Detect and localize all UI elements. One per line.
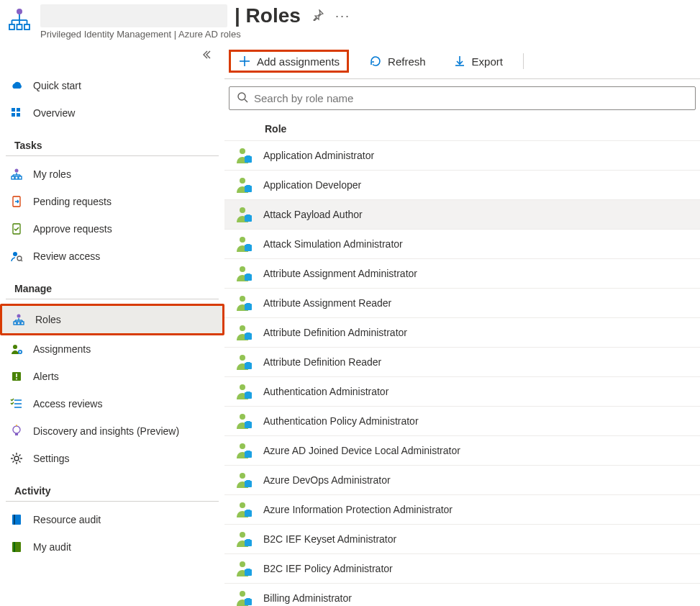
roles-table: Role Application Administrator Applicati… — [224, 117, 700, 606]
sidebar-item-pending-requests[interactable]: Pending requests — [0, 188, 224, 215]
sidebar-item-access-reviews[interactable]: Access reviews — [0, 390, 224, 417]
role-row[interactable]: Azure Information Protection Administrat… — [224, 495, 700, 525]
role-name: Attribute Assignment Administrator — [263, 268, 417, 279]
svg-point-103 — [240, 591, 245, 597]
search-box[interactable] — [229, 86, 696, 110]
role-name: Azure DevOps Administrator — [263, 474, 391, 486]
svg-rect-78 — [246, 333, 250, 335]
svg-rect-105 — [246, 598, 250, 600]
sidebar-item-settings[interactable]: Settings — [0, 445, 224, 472]
refresh-button[interactable]: Refresh — [362, 50, 433, 72]
svg-rect-63 — [246, 185, 250, 187]
svg-rect-16 — [19, 176, 22, 179]
toolbar-divider — [523, 53, 524, 69]
svg-point-26 — [17, 315, 21, 318]
role-row[interactable]: Attack Simulation Administrator — [224, 230, 700, 259]
sidebar-item-overview[interactable]: Overview — [0, 99, 224, 127]
sidebar-item-alerts[interactable]: Alerts — [0, 363, 224, 390]
role-name: Attribute Assignment Reader — [263, 297, 391, 309]
main-content: Add assignments Refresh Export — [224, 42, 700, 606]
svg-rect-48 — [12, 515, 21, 525]
sidebar-item-label: My roles — [33, 168, 71, 180]
export-label: Export — [472, 55, 503, 68]
book-blue-icon — [10, 513, 23, 526]
role-row[interactable]: B2C IEF Policy Administrator — [224, 554, 700, 584]
refresh-icon — [369, 55, 382, 68]
cloud-icon — [10, 79, 23, 92]
role-icon — [235, 205, 253, 224]
role-name: Application Administrator — [263, 150, 374, 161]
sidebar-item-resource-audit[interactable]: Resource audit — [0, 506, 224, 533]
sidebar-item-approve-requests[interactable]: Approve requests — [0, 215, 224, 243]
sidebar-section-activity: Activity — [6, 472, 219, 502]
svg-rect-84 — [246, 392, 250, 394]
role-row[interactable]: Authentication Policy Administrator — [224, 407, 700, 436]
sidebar-item-label: Settings — [33, 453, 70, 464]
svg-rect-3 — [24, 24, 29, 30]
svg-point-0 — [17, 9, 22, 14]
role-row[interactable]: Authentication Administrator — [224, 377, 700, 407]
svg-point-94 — [240, 502, 245, 508]
sidebar-item-my-roles[interactable]: My roles — [0, 160, 224, 188]
pin-icon[interactable] — [312, 9, 324, 23]
page-header: | Roles ··· Privileged Identity Manageme… — [0, 0, 700, 42]
role-row[interactable]: Application Developer — [224, 171, 700, 200]
svg-point-76 — [240, 325, 245, 331]
role-row[interactable]: Billing Administrator — [224, 584, 700, 606]
sidebar-item-label: My audit — [33, 541, 71, 553]
svg-rect-102 — [246, 569, 250, 571]
role-name: Authentication Policy Administrator — [263, 415, 419, 427]
clipboard-arrow-icon — [10, 195, 23, 208]
role-row[interactable]: B2C IEF Keyset Administrator — [224, 525, 700, 554]
role-icon — [235, 589, 253, 606]
role-row[interactable]: Application Administrator — [224, 141, 700, 171]
svg-point-67 — [240, 237, 245, 243]
grid-icon — [10, 107, 23, 119]
org-icon — [12, 313, 25, 326]
add-assignments-button[interactable]: Add assignments — [229, 50, 349, 73]
svg-rect-9 — [12, 108, 15, 112]
search-icon — [237, 91, 248, 105]
sidebar-item-label: Assignments — [33, 343, 91, 355]
sidebar-item-label: Review access — [33, 250, 100, 262]
sidebar-item-review-access[interactable]: Review access — [0, 243, 224, 270]
role-row[interactable]: Azure DevOps Administrator — [224, 466, 700, 495]
role-row[interactable]: Attack Payload Author — [224, 200, 700, 230]
role-name: Attribute Definition Reader — [263, 356, 381, 368]
book-green-icon — [10, 541, 23, 553]
svg-rect-29 — [21, 322, 24, 325]
svg-rect-12 — [17, 113, 20, 117]
search-input[interactable] — [254, 92, 688, 104]
collapse-sidebar-button[interactable] — [0, 50, 224, 68]
role-row[interactable]: Attribute Definition Reader — [224, 348, 700, 377]
svg-rect-15 — [15, 176, 18, 179]
svg-point-82 — [240, 384, 245, 390]
role-row[interactable]: Azure AD Joined Device Local Administrat… — [224, 436, 700, 466]
role-name: Attack Simulation Administrator — [263, 238, 403, 250]
table-column-role[interactable]: Role — [224, 117, 700, 141]
svg-rect-96 — [246, 510, 250, 512]
sidebar-item-assignments[interactable]: Assignments — [0, 335, 224, 363]
org-person-icon — [10, 168, 23, 181]
sidebar-item-quick-start[interactable]: Quick start — [0, 72, 224, 99]
svg-point-13 — [15, 169, 19, 173]
role-row[interactable]: Attribute Assignment Administrator — [224, 259, 700, 289]
role-icon — [235, 500, 253, 519]
role-row[interactable]: Attribute Assignment Reader — [224, 289, 700, 318]
sidebar-item-roles[interactable]: Roles — [0, 304, 224, 335]
role-name: Application Developer — [263, 179, 361, 191]
export-button[interactable]: Export — [446, 50, 510, 72]
role-row[interactable]: Attribute Definition Administrator — [224, 318, 700, 348]
gear-icon — [10, 452, 23, 465]
more-icon[interactable]: ··· — [335, 9, 350, 24]
role-name: Attribute Definition Administrator — [263, 327, 407, 338]
sidebar-item-discovery-and-insights-preview-[interactable]: Discovery and insights (Preview) — [0, 417, 224, 445]
svg-rect-87 — [246, 421, 250, 423]
toolbar: Add assignments Refresh Export — [224, 45, 700, 79]
sidebar-item-my-audit[interactable]: My audit — [0, 533, 224, 561]
svg-rect-28 — [17, 322, 20, 325]
role-name: Authentication Administrator — [263, 386, 388, 397]
svg-rect-2 — [17, 24, 22, 30]
page-title: | Roles — [235, 4, 301, 27]
sidebar: Quick startOverview TasksMy rolesPending… — [0, 42, 224, 561]
